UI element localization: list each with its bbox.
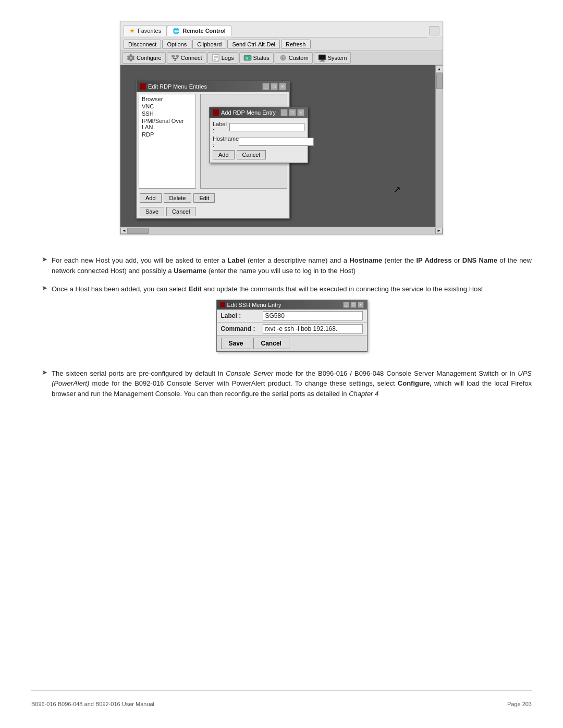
clipboard-button[interactable]: Clipboard [192, 40, 226, 49]
rc-content: Edit RDP Menu Entries _ □ × Browser VNC … [120, 65, 443, 227]
svg-rect-17 [319, 55, 325, 59]
rdp-save-button[interactable]: Save [140, 207, 164, 216]
add-rdp-minimize[interactable]: _ [280, 109, 288, 116]
ssh-dialog: Edit SSH Menu Entry _ □ × Label : [216, 300, 368, 352]
ssh-title[interactable]: Edit SSH Menu Entry _ □ × [217, 300, 367, 310]
add-rdp-close[interactable]: × [297, 109, 304, 116]
ssh-dialog-container: Edit SSH Menu Entry _ □ × Label : [52, 300, 532, 352]
system-button[interactable]: System [314, 52, 351, 64]
status-icon: S [243, 54, 252, 62]
bullet-arrow-1: ➤ [42, 255, 47, 263]
vertical-scrollbar[interactable]: ▲ [435, 65, 443, 227]
bullet-text-1: For each new Host you add, you will be a… [52, 255, 532, 276]
ssh-title-controls: _ □ × [343, 302, 364, 308]
svg-rect-1 [172, 55, 175, 57]
rdp-footer-buttons: Save Cancel [137, 205, 289, 218]
list-item-ipmi[interactable]: IPMI/Serial Over LAN [140, 117, 194, 131]
ssh-minimize[interactable]: _ [343, 302, 349, 308]
configure-button[interactable]: Configure [123, 52, 166, 64]
ssh-command-row: Command : rxvt -e ssh -l bob 192.168. [217, 323, 367, 335]
disconnect-button[interactable]: Disconnect [124, 40, 161, 49]
bullet-2-content: Once a Host has been added, you can sele… [52, 284, 532, 360]
bullet-text-3: The sixteen serial ports are pre-configu… [52, 368, 532, 399]
svg-point-0 [130, 57, 132, 59]
ssh-cancel-button[interactable]: Cancel [253, 338, 289, 349]
tab-favorites[interactable]: ★ Favorites [124, 25, 167, 36]
hscroll-track [128, 228, 435, 234]
svg-rect-7 [174, 60, 176, 61]
add-rdp-maximize[interactable]: □ [289, 109, 296, 116]
svg-rect-2 [176, 55, 179, 57]
ssh-save-button[interactable]: Save [221, 338, 251, 349]
content-section: ➤ For each new Host you add, you will be… [31, 250, 532, 412]
rdp-add-button[interactable]: Add [140, 193, 162, 203]
minimize-button[interactable]: _ [262, 83, 270, 90]
add-rdp-buttons: Add Cancel [213, 150, 304, 159]
scroll-thumb[interactable] [436, 73, 443, 89]
rdp-delete-button[interactable]: Delete [164, 193, 192, 203]
svg-rect-19 [320, 61, 325, 61]
tab-remote-control[interactable]: 🌐 Remote Control [167, 26, 231, 36]
footer-right: Page 203 [507, 701, 532, 707]
rdp-action-buttons: Add Delete Edit [137, 191, 289, 205]
rdp-cancel-button[interactable]: Cancel [166, 207, 195, 216]
connect-icon [171, 54, 179, 62]
hscroll-thumb[interactable] [128, 228, 149, 234]
label-input[interactable] [229, 123, 304, 131]
screenshot-area: ★ Favorites 🌐 Remote Control Disconnect … [120, 21, 443, 235]
status-button[interactable]: S Status [239, 52, 274, 64]
add-entry-button[interactable]: Add [213, 150, 235, 159]
ssh-label-label: Label : [221, 312, 263, 319]
cursor: ↖ [393, 184, 401, 195]
add-rdp-controls: _ □ × [280, 109, 304, 116]
rdp-list[interactable]: Browser VNC SSH IPMI/Serial Over LAN RDP [139, 94, 196, 189]
hostname-field-label: Hostname : [213, 135, 239, 148]
list-item-ssh[interactable]: SSH [140, 110, 194, 117]
close-button[interactable]: × [279, 83, 286, 90]
rdp-edit-button[interactable]: Edit [193, 193, 215, 203]
bullet-text-2: Once a Host has been added, you can sele… [52, 284, 532, 294]
custom-button[interactable]: Custom [275, 52, 313, 64]
refresh-button[interactable]: Refresh [281, 40, 311, 49]
configure-icon [127, 54, 135, 62]
scroll-left-arrow[interactable]: ◄ [120, 228, 128, 234]
footer-left: B096-016 B096-048 and B092-016 User Manu… [31, 701, 154, 707]
ssh-close[interactable]: × [358, 302, 364, 308]
hostname-input[interactable] [239, 138, 314, 146]
bullet-item-2: ➤ Once a Host has been added, you can se… [31, 284, 532, 360]
add-rdp-hostname-row: Hostname : [213, 135, 304, 148]
svg-rect-18 [321, 60, 324, 61]
ssh-title-text: Edit SSH Menu Entry [220, 302, 282, 308]
list-item-rdp[interactable]: RDP [140, 131, 194, 138]
dialog-title-icon [140, 83, 146, 90]
send-ctrl-alt-del-button[interactable]: Send Ctrl-Alt-Del [227, 40, 280, 49]
scroll-up-arrow[interactable]: ▲ [436, 65, 443, 72]
logs-icon [212, 54, 220, 62]
add-rdp-title-icon [213, 109, 219, 116]
bullet-item-1: ➤ For each new Host you add, you will be… [31, 255, 532, 276]
bullet-arrow-3: ➤ [42, 368, 47, 376]
edit-rdp-title[interactable]: Edit RDP Menu Entries _ □ × [137, 81, 289, 92]
list-item-browser[interactable]: Browser [140, 95, 194, 103]
connect-button[interactable]: Connect [167, 52, 206, 64]
horizontal-scrollbar[interactable]: ◄ ► [120, 227, 443, 234]
dialog-controls: _ □ × [262, 83, 286, 90]
maximize-button[interactable]: □ [271, 83, 278, 90]
scroll-right-arrow[interactable]: ► [435, 228, 443, 234]
ssh-maximize[interactable]: □ [350, 302, 357, 308]
svg-text:S: S [246, 56, 248, 60]
ssh-footer: Save Cancel [217, 335, 367, 351]
add-cancel-button[interactable]: Cancel [237, 150, 266, 159]
add-rdp-content: Label : Hostname : Add Cancel [210, 118, 308, 163]
page-footer: B096-016 B096-048 and B092-016 User Manu… [31, 690, 532, 707]
add-rdp-title[interactable]: Add RDP Menu Entry _ □ × [210, 107, 308, 118]
list-item-vnc[interactable]: VNC [140, 103, 194, 110]
options-button[interactable]: Options [162, 40, 191, 49]
logs-button[interactable]: Logs [207, 52, 238, 64]
add-rdp-dialog: Add RDP Menu Entry _ □ × Label : Hostnam… [209, 107, 308, 163]
page-container: ★ Favorites 🌐 Remote Control Disconnect … [0, 0, 563, 728]
ssh-body: Label : SG580 Command : rxvt -e ssh -l b… [217, 310, 367, 335]
bullet-item-3: ➤ The sixteen serial ports are pre-confi… [31, 368, 532, 399]
browser-tabs: ★ Favorites 🌐 Remote Control [120, 21, 443, 38]
ssh-command-label: Command : [221, 325, 263, 332]
